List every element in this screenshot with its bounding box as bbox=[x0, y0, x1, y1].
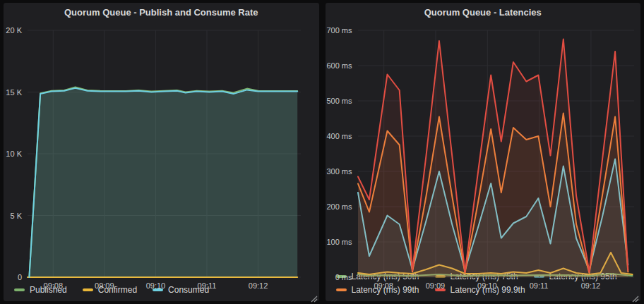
dashboard: Quorum Queue - Publish and Consume Rate … bbox=[0, 0, 644, 304]
panel-resize-handle[interactable] bbox=[632, 293, 639, 300]
plot-area[interactable] bbox=[326, 22, 641, 293]
panel-resize-handle[interactable] bbox=[311, 293, 318, 300]
panel-latencies: Quorum Queue - Latencies 0 ms100 ms200 m… bbox=[326, 3, 641, 301]
resize-grip-icon bbox=[632, 296, 639, 303]
panel-title[interactable]: Quorum Queue - Publish and Consume Rate bbox=[4, 3, 319, 22]
resize-grip-icon bbox=[311, 296, 318, 303]
panel-publish-consume-rate: Quorum Queue - Publish and Consume Rate … bbox=[4, 3, 319, 301]
publish-consume-chart[interactable]: 05 K10 K15 K20 K09:0809:0909:1009:1109:1… bbox=[4, 22, 319, 283]
panel-title[interactable]: Quorum Queue - Latencies bbox=[326, 3, 641, 22]
plot-area[interactable] bbox=[4, 22, 319, 293]
latencies-chart[interactable]: 0 ms100 ms200 ms300 ms400 ms500 ms600 ms… bbox=[326, 22, 641, 269]
